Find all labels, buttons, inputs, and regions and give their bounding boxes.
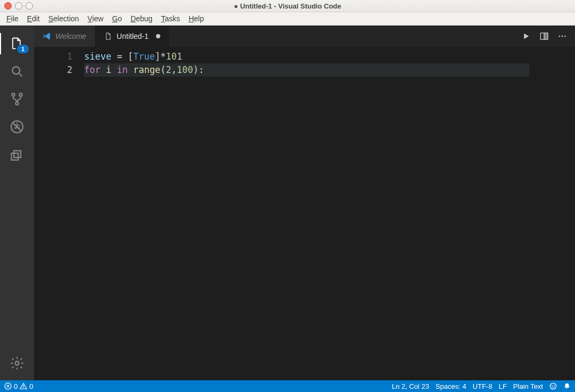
- extensions-icon[interactable]: [0, 141, 34, 168]
- minimize-icon[interactable]: [15, 2, 22, 10]
- svg-point-3: [19, 93, 22, 96]
- text-editor[interactable]: 1 2 sieve = [True]*101 for i in range(2,…: [34, 49, 575, 380]
- svg-point-4: [15, 102, 18, 104]
- menu-file[interactable]: File: [2, 13, 23, 24]
- file-icon: [104, 32, 112, 40]
- split-editor-icon[interactable]: [539, 31, 549, 42]
- svg-point-15: [564, 36, 566, 37]
- editor-actions: [521, 26, 575, 47]
- vscode-window: ●Untitled-1 - Visual Studio Code File Ed…: [0, 0, 575, 392]
- line-number: 2: [34, 63, 72, 77]
- status-bar: 0 0 Ln 2, Col 23 Spaces: 4 UTF-8 LF Plai…: [0, 380, 575, 392]
- menu-help[interactable]: Help: [184, 13, 208, 24]
- run-icon[interactable]: [521, 31, 531, 42]
- os-titlebar: ●Untitled-1 - Visual Studio Code: [0, 0, 575, 12]
- warning-icon: [20, 382, 27, 390]
- svg-line-1: [19, 74, 22, 77]
- error-icon: [4, 382, 12, 390]
- svg-rect-12: [544, 33, 548, 39]
- debug-icon[interactable]: [0, 113, 34, 141]
- status-problems[interactable]: 0 0: [4, 382, 33, 390]
- svg-point-13: [558, 36, 560, 37]
- svg-rect-8: [14, 151, 21, 158]
- explorer-icon[interactable]: 1: [0, 30, 34, 58]
- menu-debug[interactable]: Debug: [126, 13, 157, 24]
- status-errors-count: 0: [14, 382, 18, 390]
- minimap[interactable]: [529, 49, 575, 380]
- code-line[interactable]: for i in range(2,100):: [84, 63, 529, 77]
- status-eol[interactable]: LF: [499, 382, 507, 390]
- svg-point-6: [16, 124, 19, 127]
- menu-edit[interactable]: Edit: [23, 13, 44, 24]
- activity-bar: 1: [0, 26, 34, 380]
- svg-rect-18: [23, 388, 24, 388]
- tab-untitled[interactable]: Untitled-1: [95, 26, 169, 47]
- status-encoding[interactable]: UTF-8: [473, 382, 492, 390]
- svg-point-2: [12, 93, 14, 96]
- search-icon[interactable]: [0, 58, 34, 85]
- menubar: File Edit Selection View Go Debug Tasks …: [0, 12, 575, 26]
- svg-rect-17: [23, 385, 24, 387]
- tab-welcome-label: Welcome: [55, 32, 86, 40]
- editor-area: Welcome Untitled-1 1: [34, 26, 575, 380]
- menu-go[interactable]: Go: [108, 13, 126, 24]
- tab-welcome[interactable]: Welcome: [34, 26, 95, 47]
- svg-point-14: [562, 36, 563, 37]
- code-area[interactable]: sieve = [True]*101 for i in range(2,100)…: [84, 49, 529, 380]
- source-control-icon[interactable]: [0, 85, 34, 113]
- close-icon[interactable]: [4, 2, 12, 10]
- maximize-icon[interactable]: [26, 2, 33, 10]
- modified-dot-icon: [156, 34, 160, 38]
- explorer-badge: 1: [17, 45, 29, 53]
- svg-point-19: [550, 383, 556, 389]
- more-actions-icon[interactable]: [557, 31, 568, 42]
- menu-view[interactable]: View: [83, 13, 108, 24]
- menu-selection[interactable]: Selection: [44, 13, 84, 24]
- status-cursor-position[interactable]: Ln 2, Col 23: [392, 382, 429, 390]
- menu-tasks[interactable]: Tasks: [157, 13, 184, 24]
- body-area: 1: [0, 26, 575, 380]
- code-line[interactable]: sieve = [True]*101: [84, 50, 529, 63]
- svg-point-21: [554, 385, 555, 386]
- vscode-logo-icon: [43, 32, 51, 40]
- feedback-smile-icon[interactable]: [549, 382, 557, 390]
- status-indentation[interactable]: Spaces: 4: [436, 382, 466, 390]
- tab-untitled-label: Untitled-1: [117, 32, 149, 40]
- modified-dot-icon: ●: [234, 2, 238, 10]
- svg-point-9: [15, 362, 19, 365]
- window-controls: [0, 2, 33, 10]
- status-warnings-count: 0: [29, 382, 33, 390]
- line-number-gutter: 1 2: [34, 49, 84, 380]
- tab-bar: Welcome Untitled-1: [34, 26, 575, 47]
- svg-point-20: [552, 385, 553, 386]
- settings-gear-icon[interactable]: [0, 349, 34, 377]
- line-number: 1: [34, 50, 72, 63]
- svg-point-0: [12, 67, 20, 74]
- window-title: ●Untitled-1 - Visual Studio Code: [0, 2, 575, 10]
- notifications-bell-icon[interactable]: [563, 382, 571, 390]
- status-language-mode[interactable]: Plain Text: [513, 382, 543, 390]
- svg-rect-7: [12, 153, 19, 160]
